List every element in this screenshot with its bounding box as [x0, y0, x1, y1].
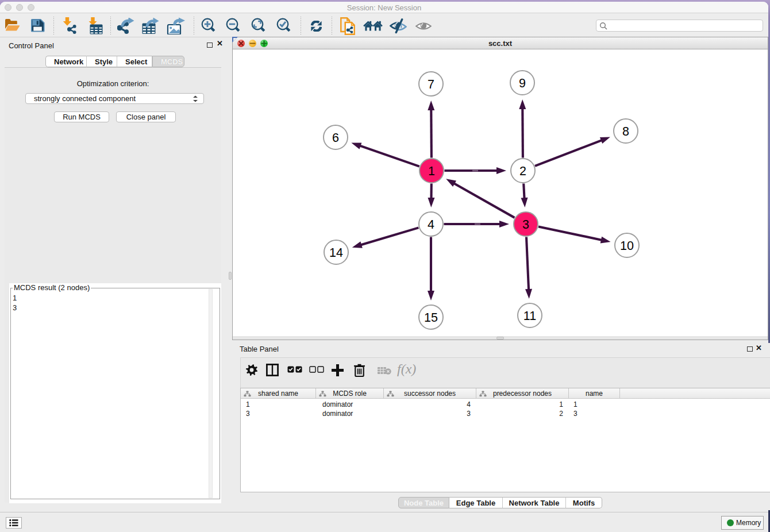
svg-text:15: 15: [424, 311, 438, 325]
svg-text:3: 3: [522, 218, 529, 232]
svg-text:1: 1: [428, 164, 435, 178]
svg-text:4: 4: [428, 218, 434, 232]
svg-text:11: 11: [523, 309, 536, 323]
svg-text:2: 2: [519, 164, 526, 178]
svg-text:7: 7: [428, 78, 434, 91]
svg-text:8: 8: [622, 125, 629, 138]
svg-text:10: 10: [620, 239, 634, 253]
svg-text:6: 6: [332, 131, 339, 145]
svg-text:14: 14: [329, 246, 343, 260]
svg-text:9: 9: [519, 76, 526, 90]
